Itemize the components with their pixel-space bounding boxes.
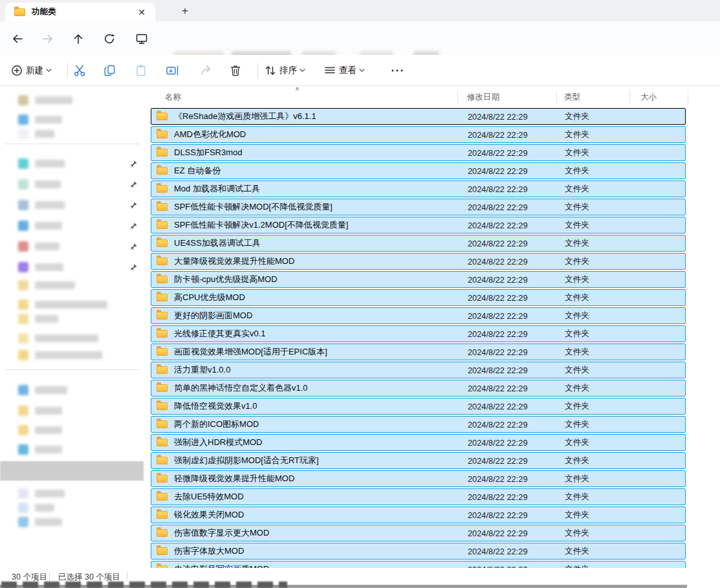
- file-row[interactable]: 伤害值数字显示更大MOD2024/8/22 22:29文件夹: [151, 525, 686, 541]
- sidebar-redacted-item[interactable]: [18, 406, 62, 416]
- sidebar-item-label: [35, 334, 98, 342]
- new-tab-button[interactable]: +: [176, 3, 194, 19]
- file-type: 文件夹: [565, 129, 589, 140]
- paste-button[interactable]: [135, 62, 147, 79]
- file-name: 更好的阴影画面MOD: [174, 310, 252, 321]
- column-divider[interactable]: [457, 90, 458, 104]
- pin-icon: [130, 243, 137, 250]
- folder-icon: [157, 203, 168, 211]
- file-name: 活力重塑v1.0.0: [174, 364, 230, 376]
- address-root-button[interactable]: [133, 30, 150, 47]
- sidebar-redacted-item[interactable]: [18, 385, 67, 395]
- more-options-button[interactable]: [390, 62, 404, 79]
- file-row[interactable]: 强制进入HDR模式MOD2024/8/22 22:29文件夹: [151, 434, 686, 451]
- sidebar-redacted-item[interactable]: [18, 200, 65, 210]
- sidebar-redacted-item[interactable]: [18, 517, 62, 527]
- up-button[interactable]: [70, 30, 87, 47]
- sidebar-item-icon: [18, 425, 28, 435]
- file-row[interactable]: 去除UE5特效MOD2024/8/22 22:29文件夹: [151, 488, 686, 505]
- navigation-pane: [0, 86, 147, 569]
- sort-icon: [264, 64, 277, 77]
- sidebar-redacted-item[interactable]: [18, 280, 75, 290]
- file-row[interactable]: 两个新的ICO图标MOD2024/8/22 22:29文件夹: [151, 416, 686, 433]
- file-row[interactable]: 简单的黑神话悟空自定义着色器v1.02024/8/22 22:29文件夹: [151, 380, 686, 397]
- sidebar-redacted-item[interactable]: [18, 488, 65, 499]
- file-row[interactable]: AMD色彩优化MOD2024/8/22 22:29文件夹: [151, 126, 686, 143]
- file-row[interactable]: EZ 自动备份2024/8/22 22:29文件夹: [151, 162, 686, 179]
- file-row[interactable]: DLSS加FSR3mod2024/8/22 22:29文件夹: [151, 144, 686, 161]
- column-header-date[interactable]: 修改日期: [467, 92, 499, 103]
- file-row[interactable]: 史诗电影风写实画质MOD2024/8/22 22:30文件夹: [151, 561, 686, 568]
- sidebar-redacted-item[interactable]: [18, 299, 107, 310]
- file-name: 伤害字体放大MOD: [174, 545, 244, 557]
- file-row[interactable]: 锐化效果关闭MOD2024/8/22 22:29文件夹: [151, 506, 686, 523]
- paste-icon: [135, 64, 147, 77]
- file-row[interactable]: SPF低性能卡顿解决v1.2MOD[不降低视觉质量]2024/8/22 22:2…: [151, 217, 686, 234]
- file-row[interactable]: SPF低性能卡顿解决MOD[不降低视觉质量]2024/8/22 22:29文件夹: [151, 199, 686, 215]
- sidebar-redacted-item[interactable]: [18, 333, 98, 343]
- file-name: 强制虚幻虚拟阴影MOD[适合无RT玩家]: [174, 455, 319, 466]
- file-row[interactable]: 轻微降级视觉效果提升性能MOD2024/8/22 22:29文件夹: [151, 470, 686, 487]
- file-row[interactable]: 更好的阴影画面MOD2024/8/22 22:29文件夹: [151, 307, 686, 324]
- sidebar-redacted-item[interactable]: [18, 221, 62, 231]
- file-date-modified: 2024/8/22 22:29: [468, 510, 528, 520]
- column-divider[interactable]: [629, 90, 630, 104]
- folder-icon: [157, 511, 168, 519]
- refresh-button[interactable]: [101, 30, 118, 47]
- sidebar-redacted-band[interactable]: [0, 461, 144, 481]
- sidebar-redacted-item[interactable]: [18, 158, 65, 169]
- sidebar-redacted-item[interactable]: [18, 262, 63, 272]
- file-date-modified: 2024/8/22 22:29: [468, 311, 528, 321]
- column-header-name[interactable]: 名称: [165, 92, 181, 103]
- toolbar-divider: [257, 63, 258, 78]
- sidebar-redacted-item[interactable]: [18, 350, 102, 360]
- sidebar-redacted-item[interactable]: [18, 314, 58, 324]
- file-row[interactable]: 《ReShade游戏画质增强工具》v6.1.12024/8/22 22:29文件…: [151, 108, 686, 125]
- rename-button[interactable]: A: [166, 62, 180, 79]
- explorer-tab[interactable]: 功能类 ✕: [5, 3, 155, 21]
- copy-button[interactable]: [104, 62, 116, 79]
- file-date-modified: 2024/8/22 22:29: [468, 438, 528, 448]
- folder-icon: [14, 8, 25, 16]
- sidebar-redacted-item[interactable]: [18, 241, 60, 252]
- sidebar-redacted-item[interactable]: [18, 425, 62, 435]
- sidebar-item-icon: [18, 444, 28, 455]
- view-button[interactable]: 查看: [323, 62, 365, 79]
- delete-button[interactable]: [229, 62, 242, 79]
- file-type: 文件夹: [565, 492, 589, 503]
- file-row[interactable]: 光线修正使其更真实v0.12024/8/22 22:29文件夹: [151, 325, 686, 342]
- folder-icon: [157, 257, 168, 265]
- close-tab-icon[interactable]: ✕: [133, 5, 150, 19]
- file-name: 强制进入HDR模式MOD: [174, 437, 263, 448]
- sidebar-item-label: [35, 263, 63, 271]
- column-divider[interactable]: [556, 90, 557, 104]
- sidebar-redacted-item[interactable]: [18, 129, 54, 139]
- sidebar-redacted-item[interactable]: [18, 444, 62, 455]
- column-divider[interactable]: [688, 90, 688, 104]
- file-row[interactable]: Mod 加载器和调试工具2024/8/22 22:29文件夹: [151, 180, 686, 197]
- sidebar-redacted-item[interactable]: [18, 179, 61, 190]
- file-row[interactable]: 防卡顿-cpu优先级提高MOD2024/8/22 22:29文件夹: [151, 271, 686, 288]
- sidebar-redacted-item[interactable]: [18, 114, 62, 125]
- file-row[interactable]: 高CPU优先级MOD2024/8/22 22:29文件夹: [151, 289, 686, 306]
- file-row[interactable]: 大量降级视觉效果提升性能MOD2024/8/22 22:29文件夹: [151, 253, 686, 270]
- back-button[interactable]: [9, 30, 26, 47]
- file-row[interactable]: 强制虚幻虚拟阴影MOD[适合无RT玩家]2024/8/22 22:29文件夹: [151, 452, 686, 469]
- file-row[interactable]: 活力重塑v1.0.02024/8/22 22:29文件夹: [151, 362, 686, 378]
- column-header-size[interactable]: 大小: [640, 92, 657, 103]
- file-type: 文件夹: [565, 419, 589, 430]
- sidebar-redacted-item[interactable]: [18, 503, 54, 513]
- new-button[interactable]: 新建: [10, 62, 52, 79]
- file-row[interactable]: 画面视觉效果增强MOD[适用于EPIC版本]2024/8/22 22:29文件夹: [151, 343, 686, 360]
- cut-button[interactable]: [73, 62, 86, 79]
- file-type: 文件夹: [565, 474, 589, 485]
- column-header-type[interactable]: 类型: [564, 92, 580, 103]
- sort-button[interactable]: 排序: [264, 62, 305, 79]
- share-button[interactable]: [199, 62, 212, 79]
- forward-button[interactable]: [39, 30, 56, 47]
- file-row[interactable]: 降低悟空视觉效果v1.02024/8/22 22:29文件夹: [151, 398, 686, 415]
- file-type: 文件夹: [565, 401, 589, 412]
- file-row[interactable]: 伤害字体放大MOD2024/8/22 22:29文件夹: [151, 543, 686, 560]
- file-row[interactable]: UE4SS加载器调试工具2024/8/22 22:29文件夹: [151, 235, 686, 252]
- sidebar-redacted-item[interactable]: [18, 95, 72, 105]
